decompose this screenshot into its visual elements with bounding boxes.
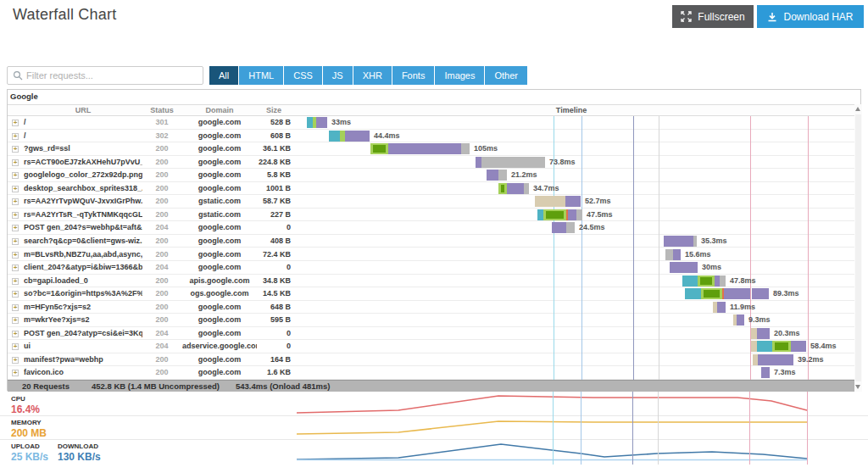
expand-row-icon[interactable]: +	[12, 317, 19, 324]
tab-all[interactable]: All	[209, 66, 238, 85]
expand-row-icon[interactable]: +	[12, 304, 19, 311]
request-size: 72.4 KB	[257, 248, 291, 261]
expand-row-icon[interactable]: +	[12, 370, 19, 376]
waterfall-bar[interactable]: 105ms	[370, 143, 498, 154]
waterfall-bar[interactable]: 21.2ms	[487, 170, 537, 181]
expand-row-icon[interactable]: +	[12, 343, 19, 350]
request-size: 528 B	[257, 116, 291, 129]
table-row[interactable]: +client_204?&atyp=i&biw=1366&b...204goog…	[8, 261, 854, 275]
table-row[interactable]: +ui204adservice.google.com058.4ms	[8, 340, 854, 353]
waterfall-bar[interactable]: 9.3ms	[733, 314, 771, 326]
request-duration-label: 52.7ms	[585, 196, 611, 207]
table-row[interactable]: +rs=AA2YrTsR_-qTykTNMKqqcGL...200gstatic…	[8, 209, 854, 222]
phase-segment-green	[543, 209, 566, 220]
table-row[interactable]: +?gws_rd=ssl200google.com36.1 KB105ms	[8, 142, 854, 156]
table-row[interactable]: +m=wkrYee?xjs=s2200google.com595 B9.3ms	[8, 314, 854, 327]
expand-row-icon[interactable]: +	[12, 252, 19, 259]
table-row[interactable]: +manifest?pwa=webhp200google.com164 B39.…	[8, 353, 854, 367]
request-duration-label: 47.8ms	[730, 275, 756, 287]
tab-html[interactable]: HTML	[239, 66, 283, 85]
waterfall-bar[interactable]: 11.9ms	[713, 302, 755, 313]
column-header-size[interactable]: Size	[257, 106, 291, 114]
tab-other[interactable]: Other	[485, 66, 527, 85]
expand-row-icon[interactable]: +	[12, 172, 19, 179]
phase-segment-purple	[568, 209, 576, 220]
waterfall-bar[interactable]: 33ms	[307, 117, 351, 128]
download-har-button[interactable]: Download HAR	[757, 5, 864, 28]
waterfall-bar[interactable]: 7.3ms	[761, 367, 796, 378]
filter-input[interactable]	[26, 68, 203, 83]
phase-segment-teal	[757, 341, 772, 352]
request-size: 58.7 KB	[257, 195, 291, 208]
expand-row-icon[interactable]: +	[12, 238, 19, 245]
column-header-url[interactable]: URL	[24, 106, 142, 114]
column-header-status[interactable]: Status	[142, 106, 182, 114]
summary-requests: 20 Requests	[22, 381, 70, 391]
table-row[interactable]: +/302google.com608 B44.4ms	[8, 130, 854, 143]
waterfall-bar[interactable]: 47.8ms	[682, 275, 756, 287]
usage-line-cpu	[297, 396, 807, 413]
phase-segment-purple	[761, 367, 770, 378]
table-row[interactable]: +desktop_searchbox_sprites318_...200goog…	[8, 182, 854, 196]
waterfall-bar[interactable]: 30ms	[670, 262, 721, 273]
scroll-up-icon[interactable]	[855, 107, 860, 111]
table-row[interactable]: +so?bc=1&origin=https%3A%2F%...200ogs.go…	[8, 287, 854, 301]
table-row[interactable]: +/301google.com528 B33ms	[8, 116, 854, 130]
expand-row-icon[interactable]: +	[12, 331, 19, 337]
expand-row-icon[interactable]: +	[12, 133, 19, 140]
request-duration-label: 47.5ms	[587, 209, 613, 220]
waterfall-bar[interactable]: 24.5ms	[552, 222, 605, 233]
expand-row-icon[interactable]: +	[12, 264, 19, 271]
expand-row-icon[interactable]: +	[12, 212, 19, 219]
expand-row-icon[interactable]: +	[12, 278, 19, 285]
waterfall-bar[interactable]: 58.4ms	[751, 341, 837, 352]
table-row[interactable]: +rs=ACT90oEJ7zkAXHehU7pVvU_...200google.…	[8, 156, 854, 170]
waterfall-bar[interactable]: 15.6ms	[665, 249, 711, 260]
expand-row-icon[interactable]: +	[12, 120, 19, 126]
request-size: 648 B	[257, 301, 291, 314]
waterfall-bar[interactable]: 52.7ms	[535, 196, 611, 207]
vertical-scrollbar[interactable]	[854, 104, 862, 392]
waterfall-bar[interactable]: 47.5ms	[537, 209, 613, 220]
status-code: 200	[142, 195, 182, 208]
tab-css[interactable]: CSS	[284, 66, 322, 85]
waterfall-bar[interactable]: 39.2ms	[753, 354, 824, 365]
tab-js[interactable]: JS	[323, 66, 353, 85]
waterfall-bar[interactable]: 44.4ms	[329, 131, 400, 142]
request-duration-label: 33ms	[331, 117, 351, 128]
expand-row-icon[interactable]: +	[12, 291, 19, 298]
table-row[interactable]: +POST gen_204?atyp=csi&ei=3Kq...204googl…	[8, 327, 854, 341]
fullscreen-button[interactable]: Fullscreen	[672, 5, 754, 28]
waterfall-bar[interactable]: 34.7ms	[498, 183, 559, 194]
tab-xhr[interactable]: XHR	[353, 66, 392, 85]
expand-row-icon[interactable]: +	[12, 225, 19, 231]
scrollbar-track[interactable]	[855, 114, 861, 381]
table-row[interactable]: +favicon.ico200google.com1.6 KB7.3ms	[8, 366, 854, 380]
table-row[interactable]: +rs=AA2YrTvpWQuV-JxvxIGrPhw...200gstatic…	[8, 195, 854, 209]
expand-row-icon[interactable]: +	[12, 357, 19, 364]
phase-segment-purple	[507, 183, 524, 194]
waterfall-bar[interactable]: 73.8ms	[476, 157, 576, 168]
waterfall-bar[interactable]: 89.3ms	[685, 288, 799, 299]
waterfall-bar[interactable]: 20.3ms	[751, 328, 800, 339]
table-row[interactable]: +cb=gapi.loaded_0200apis.google.com34.8 …	[8, 275, 854, 288]
request-size: 595 B	[257, 314, 291, 326]
table-row[interactable]: +search?q&cp=0&client=gws-wiz...200googl…	[8, 235, 854, 248]
request-size: 0	[257, 261, 291, 274]
request-size: 1.6 KB	[257, 366, 291, 379]
status-code: 204	[142, 340, 182, 353]
table-row[interactable]: +POST gen_204?s=webhp&t=aft&...204google…	[8, 221, 854, 235]
expand-row-icon[interactable]: +	[12, 146, 19, 153]
table-row[interactable]: +m=BLvsRb,NBZ7u,aa,abd,async,...200googl…	[8, 248, 854, 262]
column-header-domain[interactable]: Domain	[182, 106, 257, 114]
request-url: POST gen_204?s=webhp&t=aft&...	[24, 221, 142, 234]
waterfall-bar[interactable]: 35.3ms	[664, 236, 727, 247]
tab-images[interactable]: Images	[435, 66, 484, 85]
expand-row-icon[interactable]: +	[12, 159, 19, 166]
expand-row-icon[interactable]: +	[12, 198, 19, 205]
tab-fonts[interactable]: Fonts	[392, 66, 435, 85]
table-row[interactable]: +m=HFyn5c?xjs=s2200google.com648 B11.9ms	[8, 301, 854, 314]
expand-row-icon[interactable]: +	[12, 186, 19, 192]
table-row[interactable]: +googlelogo_color_272x92dp.png200google.…	[8, 169, 854, 182]
scroll-down-icon[interactable]	[855, 385, 860, 389]
